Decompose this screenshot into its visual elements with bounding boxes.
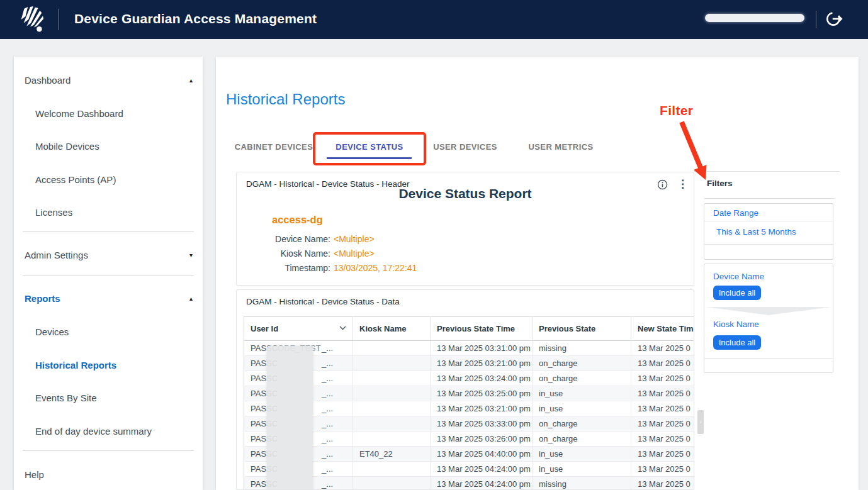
chevron-up-icon: ▴ bbox=[189, 292, 193, 306]
tab-label: CABINET DEVICES bbox=[235, 142, 313, 152]
cell-kiosk-name bbox=[353, 371, 431, 386]
cell-previous-state-time: 13 Mar 2025 03:33:00 pm bbox=[431, 416, 533, 432]
main-content: Historical Reports CABINET DEVICES DEVIC… bbox=[216, 57, 859, 490]
user-id-uid-suf: _... bbox=[322, 479, 333, 489]
cell-new-state-time: 13 Mar 2025 0 bbox=[631, 432, 695, 447]
cell-previous-state: on_charge bbox=[533, 416, 631, 432]
column-header-previous-state[interactable]: Previous State bbox=[533, 317, 631, 341]
chevron-up-icon: ▴ bbox=[189, 74, 193, 87]
topbar-divider bbox=[816, 11, 816, 28]
sidebar-item-end-of-day-device-summary[interactable]: End of day device summary bbox=[14, 425, 203, 438]
sidebar-item-label: Licenses bbox=[35, 206, 72, 220]
sidebar-item-access-points[interactable]: Access Points (AP) bbox=[14, 173, 203, 187]
field-timestamp: Timestamp: 13/03/2025, 17:22:41 bbox=[245, 260, 417, 275]
user-id-uid-suf: _... bbox=[322, 359, 333, 368]
report-header-fields: Device Name: <Multiple> Kiosk Name: <Mul… bbox=[245, 231, 417, 275]
sidebar-item-label: Devices bbox=[35, 325, 69, 339]
scroll-right-handle[interactable]: › bbox=[697, 410, 704, 434]
device-name-filter-label[interactable]: Device Name bbox=[713, 272, 764, 281]
user-email-redacted bbox=[705, 14, 804, 22]
sidebar-item-reports[interactable]: Reports ▴ bbox=[14, 292, 203, 306]
card-title: DGAM - Historical - Device Status - Data bbox=[246, 297, 400, 306]
column-header-kiosk-name[interactable]: Kiosk Name bbox=[353, 317, 431, 341]
cell-new-state-time: 13 Mar 2025 0 bbox=[631, 462, 695, 477]
field-value: <Multiple> bbox=[334, 248, 375, 259]
section-wedge-divider bbox=[706, 307, 831, 315]
sidebar-item-dashboard[interactable]: Dashboard ▴ bbox=[14, 74, 203, 87]
tab-cabinet-devices[interactable]: CABINET DEVICES bbox=[226, 133, 322, 160]
sidebar-item-licenses[interactable]: Licenses bbox=[14, 206, 203, 220]
cell-new-state-time: 13 Mar 2025 0 bbox=[631, 477, 695, 490]
cell-new-state-time: 13 Mar 2025 0 bbox=[631, 341, 695, 356]
date-range-filter: Date Range This & Last 5 Months bbox=[704, 203, 833, 260]
cell-previous-state-time: 13 Mar 2025 04:24:00 pm bbox=[431, 477, 533, 490]
cell-new-state-time: 13 Mar 2025 0 bbox=[631, 371, 695, 386]
cell-kiosk-name bbox=[353, 356, 431, 371]
kiosk-name-include-all-button[interactable]: Include all bbox=[713, 335, 761, 350]
cell-previous-state-time: 13 Mar 2025 03:21:00 pm bbox=[431, 401, 533, 416]
sidebar-divider bbox=[23, 231, 194, 232]
sidebar-divider bbox=[23, 275, 194, 276]
cell-previous-state: in_use bbox=[533, 401, 631, 416]
filter-row-divider bbox=[704, 358, 833, 359]
tab-label: DEVICE STATUS bbox=[335, 142, 403, 152]
column-header-new-state-time[interactable]: New State Time bbox=[631, 317, 695, 341]
cell-previous-state-time: 13 Mar 2025 04:40:00 pm bbox=[431, 447, 533, 462]
tab-user-devices[interactable]: USER DEVICES bbox=[417, 133, 513, 160]
logout-icon[interactable] bbox=[825, 9, 845, 29]
name-filters: Device Name Include all Kiosk Name Inclu… bbox=[704, 264, 833, 373]
cell-previous-state-time: 13 Mar 2025 03:24:00 pm bbox=[431, 371, 533, 386]
sidebar: Dashboard ▴ Welcome Dashboard Mobile Dev… bbox=[14, 57, 203, 490]
annotation-filter-label: Filter bbox=[660, 103, 693, 118]
cell-previous-state: on_charge bbox=[533, 432, 631, 447]
chevron-down-icon: ▾ bbox=[189, 248, 193, 262]
date-range-label[interactable]: Date Range bbox=[713, 208, 758, 218]
sidebar-item-devices[interactable]: Devices bbox=[14, 325, 203, 339]
sidebar-item-historical-reports[interactable]: Historical Reports bbox=[14, 359, 203, 372]
user-id-redaction-overlay bbox=[267, 346, 313, 490]
sidebar-item-mobile-devices[interactable]: Mobile Devices bbox=[14, 140, 203, 153]
field-device-name: Device Name: <Multiple> bbox=[245, 231, 417, 246]
column-header-user-id[interactable]: User Id bbox=[244, 317, 353, 341]
cell-kiosk-name bbox=[353, 477, 431, 490]
cell-kiosk-name bbox=[353, 401, 431, 416]
field-label: Device Name: bbox=[245, 234, 334, 244]
tab-label: USER METRICS bbox=[528, 142, 593, 152]
sidebar-divider bbox=[23, 450, 194, 451]
field-label: Timestamp: bbox=[245, 263, 334, 273]
cell-previous-state-time: 13 Mar 2025 04:24:00 pm bbox=[431, 462, 533, 477]
cell-kiosk-name: ET40_22 bbox=[353, 447, 431, 462]
cell-previous-state: in_use bbox=[533, 386, 631, 401]
device-name-include-all-button[interactable]: Include all bbox=[713, 286, 761, 300]
cell-previous-state: in_use bbox=[533, 462, 631, 477]
sidebar-item-label: Access Points (AP) bbox=[35, 173, 116, 187]
cell-previous-state: missing bbox=[533, 477, 631, 490]
cell-previous-state-time: 13 Mar 2025 03:21:00 pm bbox=[431, 356, 533, 371]
sidebar-item-label: Mobile Devices bbox=[35, 140, 99, 153]
cell-kiosk-name bbox=[353, 341, 431, 356]
user-id-uid-suf: _... bbox=[322, 449, 333, 459]
kiosk-name-filter-label[interactable]: Kiosk Name bbox=[713, 320, 759, 329]
sidebar-item-welcome-dashboard[interactable]: Welcome Dashboard bbox=[14, 107, 203, 121]
date-range-value[interactable]: This & Last 5 Months bbox=[716, 227, 796, 237]
column-label: User Id bbox=[251, 324, 278, 333]
sidebar-item-events-by-site[interactable]: Events By Site bbox=[14, 391, 203, 405]
cell-kiosk-name bbox=[353, 386, 431, 401]
cell-new-state-time: 13 Mar 2025 0 bbox=[631, 356, 695, 371]
filter-row-divider bbox=[704, 244, 833, 245]
sidebar-item-admin-settings[interactable]: Admin Settings ▾ bbox=[14, 248, 203, 262]
tab-user-metrics[interactable]: USER METRICS bbox=[513, 133, 609, 160]
user-id-uid-suf: _... bbox=[322, 419, 333, 428]
cell-previous-state: in_use bbox=[533, 447, 631, 462]
filters-divider bbox=[704, 198, 835, 199]
field-value: 13/03/2025, 17:22:41 bbox=[334, 263, 417, 273]
active-tab-underline bbox=[327, 157, 412, 159]
store-name: access-dg bbox=[272, 214, 323, 226]
tab-device-status[interactable]: DEVICE STATUS bbox=[322, 133, 417, 160]
cell-kiosk-name bbox=[353, 432, 431, 447]
cell-previous-state: on_charge bbox=[533, 356, 631, 371]
report-data-card: DGAM - Historical - Device Status - Data… bbox=[236, 289, 694, 490]
sidebar-item-help[interactable]: Help bbox=[14, 468, 203, 482]
column-header-previous-state-time[interactable]: Previous State Time bbox=[431, 317, 533, 341]
user-id-uid-suf: _... bbox=[322, 404, 333, 413]
